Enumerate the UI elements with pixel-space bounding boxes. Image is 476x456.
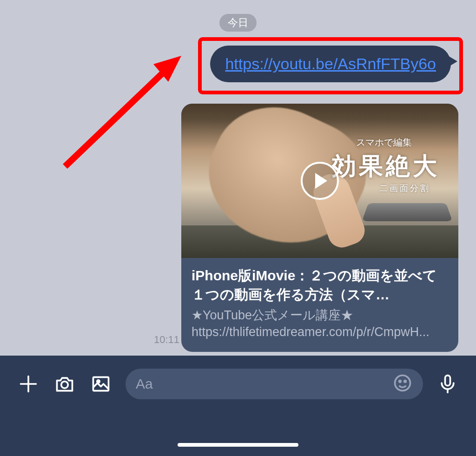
date-badge: 今日 xyxy=(219,14,257,32)
emoji-icon[interactable] xyxy=(392,373,413,395)
preview-title: iPhone版iMovie：２つの動画を並べて１つの動画を作る方法（スマ… xyxy=(192,266,448,304)
svg-point-9 xyxy=(404,381,406,383)
svg-point-8 xyxy=(399,381,401,383)
input-placeholder: Aa xyxy=(136,376,153,392)
message-bubble[interactable]: https://youtu.be/AsRnfFTBy6o xyxy=(210,46,451,82)
svg-marker-1 xyxy=(153,56,181,82)
preview-description: ★YouTube公式メール講座★ https://thlifetimedream… xyxy=(192,307,448,341)
chat-area: 今日 https://youtu.be/AsRnfFTBy6o スマホで編集 効… xyxy=(0,0,476,356)
message-link[interactable]: https://youtu.be/AsRnfFTBy6o xyxy=(225,55,436,73)
home-indicator[interactable] xyxy=(178,443,298,447)
svg-point-6 xyxy=(97,380,100,383)
thumb-title-text: 効果絶大 xyxy=(332,150,440,183)
preview-body: iPhone版iMovie：２つの動画を並べて１つの動画を作る方法（スマ… ★Y… xyxy=(181,258,458,352)
camera-icon[interactable] xyxy=(53,372,76,396)
message-timestamp: 10:11 xyxy=(154,334,179,346)
link-preview-card[interactable]: スマホで編集 効果絶大 二画面分割 iPhone版iMovie：２つの動画を並べ… xyxy=(181,104,458,352)
svg-rect-10 xyxy=(445,376,450,386)
message-row: https://youtu.be/AsRnfFTBy6o スマホで編集 効果絶大… xyxy=(181,37,463,352)
input-bar: Aa xyxy=(0,356,476,456)
thumb-overline-text: スマホで編集 xyxy=(356,136,412,149)
microphone-icon[interactable] xyxy=(436,372,459,396)
play-icon[interactable] xyxy=(301,162,339,200)
annotation-arrow xyxy=(56,41,195,171)
svg-line-0 xyxy=(65,64,172,166)
thumb-sub-text: 二画面分割 xyxy=(379,183,430,194)
image-icon[interactable] xyxy=(89,372,112,396)
svg-point-4 xyxy=(61,382,68,389)
message-input[interactable]: Aa xyxy=(126,369,423,399)
svg-point-7 xyxy=(395,376,410,391)
plus-icon[interactable] xyxy=(17,372,40,396)
annotation-highlight-box: https://youtu.be/AsRnfFTBy6o xyxy=(198,37,463,94)
preview-thumbnail[interactable]: スマホで編集 効果絶大 二画面分割 xyxy=(181,104,458,258)
